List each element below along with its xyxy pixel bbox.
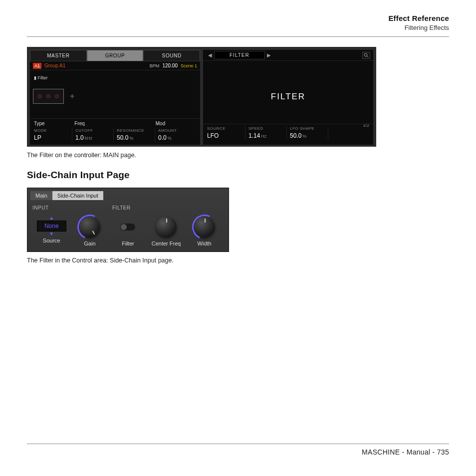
effect-slot[interactable] — [33, 89, 64, 104]
toggle-icon[interactable] — [120, 224, 135, 231]
param-unit: Hz — [261, 134, 266, 139]
prev-plugin-button[interactable]: ◀ — [206, 52, 214, 58]
param-unit: kHz — [85, 136, 93, 141]
footer-text: MASCHINE - Manual - 735 — [27, 448, 449, 456]
param-label: SOURCE — [207, 126, 245, 131]
slot-knob-icon — [55, 94, 59, 98]
knob-icon[interactable] — [79, 217, 100, 238]
sidechain-figure: Main Side-Chain Input INPUT FILTER ▲ Non… — [27, 188, 229, 252]
slot-label-text: Filter — [38, 75, 48, 80]
search-icon[interactable] — [362, 52, 370, 59]
knob-icon[interactable] — [194, 217, 215, 238]
controller-right-panel: ◀ FILTER ▶ FILTER 1/2 SOURCE LFO — [203, 50, 373, 145]
slot-label: ▮ Filter — [33, 75, 48, 80]
header-rule — [27, 36, 449, 37]
tab-sound[interactable]: SOUND — [143, 50, 200, 61]
sc-source-control[interactable]: ▲ None ▼ Source — [32, 217, 71, 243]
scene-label: Scene 1 — [181, 63, 197, 68]
group-badge: A1 — [33, 63, 41, 69]
param-speed[interactable]: SPEED 1.14Hz — [245, 126, 286, 140]
section-heading: Side-Chain Input Page — [27, 170, 449, 181]
knob-icon[interactable] — [156, 217, 177, 238]
param-value: LFO — [207, 132, 219, 139]
sc-tab-sidechain[interactable]: Side-Chain Input — [52, 191, 103, 200]
footer-rule — [27, 444, 449, 444]
sc-filter-control[interactable]: Filter — [109, 214, 147, 246]
param-label: MODE — [34, 128, 72, 133]
param-unit: % — [302, 134, 306, 139]
param-value: 50.0 — [290, 132, 301, 139]
sc-source-value[interactable]: None — [37, 221, 66, 232]
param-cutoff[interactable]: CUTOFF 1.0kHz — [72, 128, 113, 142]
param-value: 1.14 — [248, 132, 260, 139]
figure-caption-1: The Filter on the controller: MAIN page. — [27, 152, 449, 159]
plugin-title: FILTER — [214, 51, 265, 59]
sc-tab-main[interactable]: Main — [30, 191, 52, 200]
group-name: Group A1 — [44, 63, 147, 68]
chevron-up-icon: ▲ — [49, 217, 54, 220]
svg-line-1 — [367, 56, 368, 57]
controller-left-panel: MASTER GROUP SOUND A1 Group A1 BPM 120.0… — [30, 50, 200, 145]
param-source[interactable]: SOURCE LFO — [207, 126, 245, 140]
sc-section-input: INPUT — [32, 205, 112, 211]
next-plugin-button[interactable]: ▶ — [265, 52, 273, 58]
param-header-mod: Mod — [156, 121, 196, 126]
param-label: RESONANCE — [117, 128, 155, 133]
param-amount[interactable]: AMOUNT 0.0% — [155, 128, 196, 142]
slot-knob-icon — [46, 94, 50, 98]
sc-width-control[interactable]: Width — [185, 214, 224, 246]
param-resonance[interactable]: RESONANCE 50.0% — [113, 128, 155, 142]
param-value: LP — [34, 134, 41, 141]
param-label: CUTOFF — [75, 128, 113, 133]
param-unit: % — [168, 136, 172, 141]
svg-point-0 — [364, 53, 367, 56]
sc-label: Width — [185, 240, 224, 246]
plugin-big-title: FILTER — [203, 92, 373, 102]
param-mode[interactable]: MODE LP — [34, 128, 72, 142]
sc-section-filter: FILTER — [112, 205, 224, 211]
slot-knob-icon — [38, 94, 42, 98]
param-empty: . . — [328, 126, 369, 140]
param-header-type: Type — [34, 121, 74, 126]
page-header-subtitle: Filtering Effects — [27, 24, 449, 31]
sc-label: Filter — [109, 240, 147, 246]
sc-centerfreq-control[interactable]: Center Freq — [147, 214, 186, 246]
param-value: 0.0 — [158, 134, 167, 141]
sc-label: Gain — [71, 240, 109, 246]
param-unit: % — [129, 136, 133, 141]
param-label: AMOUNT — [158, 128, 196, 133]
param-lfo-shape[interactable]: LFO SHAPE 50.0% — [286, 126, 328, 140]
param-label: SPEED — [248, 126, 286, 131]
page-header-title: Effect Reference — [27, 14, 449, 22]
chevron-down-icon: ▼ — [49, 233, 54, 236]
add-slot-button[interactable]: + — [70, 92, 74, 101]
sc-label: Source — [32, 238, 71, 243]
controller-figure: MASTER GROUP SOUND A1 Group A1 BPM 120.0… — [27, 47, 376, 147]
bpm-label: BPM — [150, 63, 160, 68]
param-header-freq: Freq — [74, 121, 115, 126]
sc-label: Center Freq — [147, 240, 186, 246]
tab-master[interactable]: MASTER — [30, 50, 87, 61]
param-value: 1.0 — [75, 134, 84, 141]
param-label: LFO SHAPE — [290, 126, 328, 131]
tab-group[interactable]: GROUP — [87, 50, 144, 61]
bpm-value: 120.00 — [162, 63, 178, 68]
figure-caption-2: The Filter in the Control area: Side-Cha… — [27, 257, 449, 264]
param-value: 50.0 — [117, 134, 128, 141]
sc-gain-control[interactable]: Gain — [71, 214, 109, 246]
